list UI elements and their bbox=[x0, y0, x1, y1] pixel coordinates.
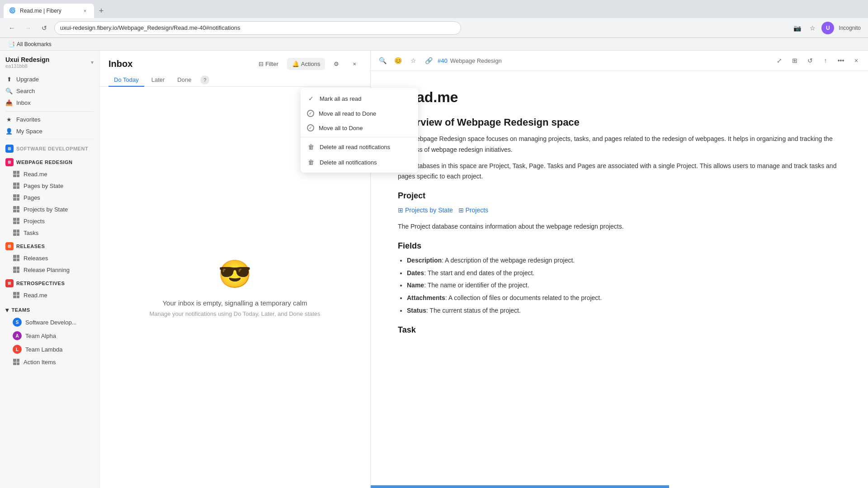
doc-search-icon[interactable]: 🔍 bbox=[376, 54, 389, 67]
mark-all-read-label: Mark all as read bbox=[320, 95, 361, 102]
sidebar-group-releases[interactable]: ⊞ Releases bbox=[0, 239, 99, 252]
team-avatar-alpha: A bbox=[13, 331, 22, 340]
bookmarks-icon: 📑 bbox=[8, 41, 15, 47]
webpage-redesign-label: Webpage Redesign bbox=[16, 160, 73, 165]
pages-by-state-label: Pages by State bbox=[24, 183, 94, 189]
dropdown-mark-all-read[interactable]: ✓ Mark all as read bbox=[301, 91, 418, 106]
software-dev-label: Software development bbox=[16, 146, 88, 151]
sidebar-group-teams[interactable]: ▾ Teams bbox=[0, 301, 99, 315]
sidebar-group-software-dev[interactable]: ⊞ Software development bbox=[0, 141, 99, 155]
all-bookmarks-item[interactable]: 📑 All Bookmarks bbox=[5, 40, 54, 48]
sidebar-item-favorites[interactable]: ★ Favorites bbox=[0, 113, 99, 125]
doc-more-icon[interactable]: ••• bbox=[835, 54, 847, 67]
workspace-info: Uxui Redesign ea131bb8 bbox=[5, 56, 49, 69]
doc-notifications[interactable]: #40 bbox=[438, 57, 448, 64]
sidebar-item-projects[interactable]: Projects bbox=[0, 215, 99, 227]
sidebar-item-myspace[interactable]: 👤 My Space bbox=[0, 125, 99, 137]
tab-close-button[interactable]: × bbox=[81, 7, 89, 14]
projects-link-label: Projects bbox=[466, 205, 489, 216]
pages-label: Pages bbox=[24, 194, 94, 201]
doc-project-heading: Project bbox=[398, 191, 841, 201]
sidebar-item-tasks[interactable]: Tasks bbox=[0, 227, 99, 239]
sidebar-item-pages[interactable]: Pages bbox=[0, 192, 99, 203]
tasks-icon bbox=[13, 229, 20, 236]
action-items-label: Action Items bbox=[24, 359, 94, 366]
profile-icon[interactable]: U bbox=[821, 22, 834, 34]
sidebar-item-upgrade[interactable]: ⬆ Upgrade bbox=[0, 73, 99, 85]
inbox-icon: 📥 bbox=[5, 99, 13, 106]
sidebar-item-reademe-retro[interactable]: Read.me bbox=[0, 289, 99, 301]
sidebar-item-releases[interactable]: Releases bbox=[0, 252, 99, 264]
doc-expand-icon[interactable]: ⤢ bbox=[773, 54, 786, 67]
team-software-label: Software Develop... bbox=[25, 319, 76, 326]
tab-favicon: 🌀 bbox=[9, 7, 16, 14]
field-name-description: Description bbox=[407, 257, 442, 264]
doc-para1: The Webpage Redesign space focuses on ma… bbox=[398, 134, 841, 155]
browser-tabs: 🌀 Read.me | Fibery × + bbox=[0, 0, 868, 18]
back-button[interactable]: ← bbox=[5, 22, 18, 34]
filter-button[interactable]: ⊟ Filter bbox=[254, 58, 283, 70]
doc-panel: 🔍 😊 ☆ 🔗 #40 Webpage Redesign ⤢ ⊞ ↺ ↑ •••… bbox=[371, 51, 868, 488]
sidebar-item-inbox[interactable]: 📥 Inbox bbox=[0, 97, 99, 108]
doc-field-status: Status: The current status of the projec… bbox=[407, 305, 841, 316]
sidebar-item-projects-by-state[interactable]: Projects by State bbox=[0, 203, 99, 215]
sidebar-item-release-planning[interactable]: Release Planning bbox=[0, 264, 99, 276]
doc-share-icon[interactable]: ↑ bbox=[819, 54, 832, 67]
doc-close-button[interactable]: × bbox=[850, 54, 863, 67]
sidebar-item-pages-by-state[interactable]: Pages by State bbox=[0, 180, 99, 192]
dropdown-delete-all[interactable]: 🗑 Delete all notifications bbox=[301, 155, 418, 170]
inbox-help-button[interactable]: ? bbox=[200, 75, 209, 84]
workspace-id: ea131bb8 bbox=[5, 63, 49, 69]
inbox-close-button[interactable]: × bbox=[348, 58, 361, 70]
tab-later[interactable]: Later bbox=[146, 74, 170, 87]
sidebar-item-search[interactable]: 🔍 Search bbox=[0, 85, 99, 97]
active-tab[interactable]: 🌀 Read.me | Fibery × bbox=[4, 4, 94, 18]
doc-link-projects[interactable]: ⊞ Projects bbox=[458, 205, 489, 216]
reload-button[interactable]: ↺ bbox=[38, 22, 51, 34]
doc-refresh-icon[interactable]: ↺ bbox=[804, 54, 816, 67]
doc-field-name: Name: The name or identifier of the proj… bbox=[407, 280, 841, 291]
release-planning-icon bbox=[13, 266, 20, 273]
sidebar-group-webpage-redesign[interactable]: ⊞ Webpage Redesign bbox=[0, 155, 99, 168]
camera-off-icon[interactable]: 📷 bbox=[791, 22, 803, 34]
doc-link-projects-by-state[interactable]: ⊞ Projects by State bbox=[398, 205, 453, 216]
star-icon[interactable]: ☆ bbox=[806, 22, 819, 34]
dropdown-move-read-done[interactable]: ✓ Move all read to Done bbox=[301, 106, 418, 121]
tasks-label: Tasks bbox=[24, 230, 94, 236]
reademe-grid-icon bbox=[13, 170, 20, 178]
doc-link-icon[interactable]: 🔗 bbox=[422, 54, 435, 67]
field-desc-description: : A description of the webpage redesign … bbox=[442, 257, 575, 264]
sidebar: Uxui Redesign ea131bb8 ▾ ⬆ Upgrade 🔍 Sea… bbox=[0, 51, 99, 488]
doc-star-icon[interactable]: ☆ bbox=[407, 54, 420, 67]
settings-button[interactable]: ⚙ bbox=[329, 58, 344, 70]
mark-read-icon: ✓ bbox=[307, 94, 315, 103]
doc-field-attachments: Attachments: A collection of files or do… bbox=[407, 293, 841, 304]
forward-button[interactable]: → bbox=[22, 22, 34, 34]
workspace-chevron-icon[interactable]: ▾ bbox=[91, 59, 94, 66]
doc-layout-icon[interactable]: ⊞ bbox=[788, 54, 801, 67]
favorites-icon: ★ bbox=[5, 116, 13, 123]
tab-done[interactable]: Done bbox=[172, 74, 197, 87]
address-bar[interactable]: uxui-redesign.fibery.io/Webpage_Redesign… bbox=[54, 21, 461, 35]
filter-label: Filter bbox=[265, 61, 278, 67]
team-item-alpha[interactable]: A Team Alpha bbox=[0, 329, 99, 343]
notifications-count: #40 bbox=[438, 57, 448, 64]
team-avatar-lambda: L bbox=[13, 345, 22, 354]
actions-button[interactable]: 🔔 Actions bbox=[287, 58, 326, 70]
sidebar-item-action-items[interactable]: Action Items bbox=[0, 356, 99, 368]
field-desc-dates: : The start and end dates of the project… bbox=[424, 269, 534, 277]
team-item-software[interactable]: S Software Develop... bbox=[0, 315, 99, 329]
new-tab-button[interactable]: + bbox=[94, 4, 108, 18]
sidebar-item-reademe-wr[interactable]: Read.me bbox=[0, 168, 99, 180]
inbox-nav-label: Inbox bbox=[16, 99, 94, 106]
dropdown-delete-read[interactable]: 🗑 Delete all read notifications bbox=[301, 139, 418, 155]
inbox-title: Inbox bbox=[108, 59, 132, 69]
team-item-lambda[interactable]: L Team Lambda bbox=[0, 343, 99, 356]
workspace-name: Uxui Redesign bbox=[5, 56, 49, 63]
doc-emoji-icon[interactable]: 😊 bbox=[392, 54, 404, 67]
sidebar-main-nav: ⬆ Upgrade 🔍 Search 📥 Inbox bbox=[0, 72, 99, 109]
doc-task-heading: Task bbox=[398, 325, 841, 335]
tab-do-today[interactable]: Do Today bbox=[108, 74, 144, 87]
dropdown-move-all-done[interactable]: ✓ Move all to Done bbox=[301, 121, 418, 135]
sidebar-group-retrospectives[interactable]: ⊞ Retrospectives bbox=[0, 276, 99, 289]
